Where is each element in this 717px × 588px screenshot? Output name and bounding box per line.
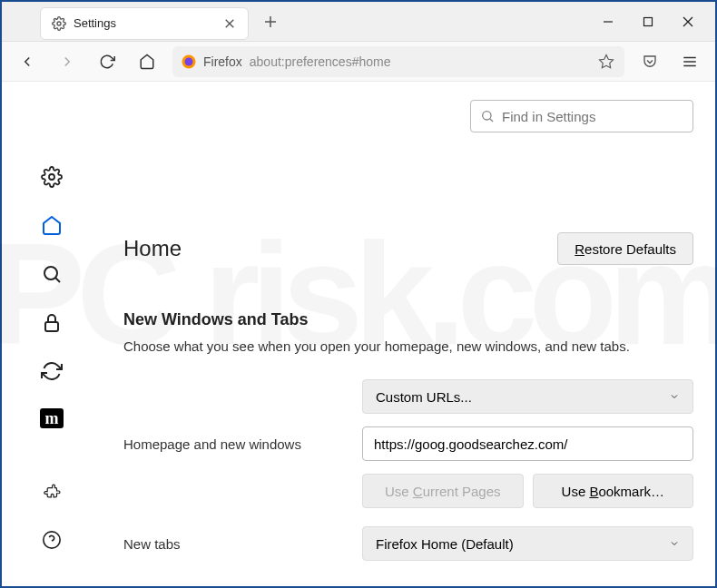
homepage-url-input[interactable] bbox=[362, 426, 693, 461]
toolbar: Firefox about:preferences#home bbox=[2, 42, 715, 82]
firefox-icon bbox=[182, 54, 196, 69]
browser-tab[interactable]: Settings bbox=[40, 7, 249, 40]
select-value: Firefox Home (Default) bbox=[376, 536, 514, 552]
url-label: Firefox bbox=[203, 54, 242, 69]
section-title-windows-tabs: New Windows and Tabs bbox=[123, 310, 693, 329]
tab-title: Settings bbox=[74, 16, 222, 30]
restore-defaults-button[interactable]: Restore Defaults bbox=[557, 232, 693, 265]
forward-button bbox=[53, 47, 82, 76]
select-value: Custom URLs... bbox=[376, 389, 472, 405]
search-icon bbox=[480, 109, 495, 123]
homepage-label: Homepage and new windows bbox=[123, 436, 362, 452]
close-icon[interactable] bbox=[222, 16, 237, 31]
svg-point-16 bbox=[44, 267, 57, 279]
chevron-down-icon bbox=[669, 389, 680, 405]
sidebar-item-extensions[interactable] bbox=[38, 479, 65, 503]
use-bookmark-button[interactable]: Use Bookmark… bbox=[533, 474, 694, 508]
svg-point-0 bbox=[57, 22, 61, 25]
page-title: Home bbox=[123, 236, 182, 261]
svg-point-10 bbox=[185, 57, 193, 65]
url-bar[interactable]: Firefox about:preferences#home bbox=[172, 46, 624, 77]
sidebar-item-sync[interactable] bbox=[38, 360, 65, 384]
settings-search[interactable] bbox=[470, 100, 693, 132]
sidebar-item-more[interactable]: m bbox=[40, 408, 64, 428]
maximize-button[interactable] bbox=[628, 7, 668, 36]
pocket-icon[interactable] bbox=[635, 47, 664, 76]
titlebar: Settings bbox=[2, 2, 715, 42]
newtabs-label: New tabs bbox=[123, 536, 362, 552]
menu-button[interactable] bbox=[675, 47, 704, 76]
section-desc: Choose what you see when you open your h… bbox=[123, 338, 693, 354]
window-controls bbox=[588, 2, 708, 42]
svg-line-17 bbox=[55, 278, 60, 282]
chevron-down-icon bbox=[669, 536, 680, 552]
home-button[interactable] bbox=[133, 47, 162, 76]
sidebar-item-privacy[interactable] bbox=[38, 311, 65, 335]
search-input[interactable] bbox=[502, 109, 683, 124]
svg-point-21 bbox=[483, 112, 491, 120]
use-current-pages-button: Use Current Pages bbox=[362, 474, 524, 508]
svg-line-22 bbox=[490, 119, 493, 122]
newtabs-select[interactable]: Firefox Home (Default) bbox=[362, 526, 693, 561]
bookmark-star-icon[interactable] bbox=[597, 53, 615, 71]
sidebar-item-home[interactable] bbox=[38, 214, 65, 238]
sidebar-item-help[interactable] bbox=[38, 528, 65, 552]
svg-rect-6 bbox=[644, 18, 653, 26]
sidebar: m bbox=[2, 82, 102, 586]
sidebar-item-general[interactable] bbox=[38, 165, 65, 189]
gear-icon bbox=[52, 16, 66, 31]
svg-point-15 bbox=[49, 174, 54, 180]
new-tab-button[interactable] bbox=[258, 9, 283, 34]
reload-button[interactable] bbox=[93, 47, 122, 76]
svg-marker-11 bbox=[600, 54, 614, 67]
sidebar-item-search[interactable] bbox=[38, 262, 65, 286]
url-text: about:preferences#home bbox=[250, 54, 391, 69]
main-content: Home Restore Defaults New Windows and Ta… bbox=[102, 82, 715, 586]
minimize-button[interactable] bbox=[588, 7, 628, 36]
homepage-type-select[interactable]: Custom URLs... bbox=[362, 379, 693, 414]
svg-rect-18 bbox=[45, 322, 58, 331]
back-button[interactable] bbox=[13, 47, 42, 76]
svg-point-19 bbox=[44, 532, 60, 548]
close-button[interactable] bbox=[668, 7, 708, 36]
